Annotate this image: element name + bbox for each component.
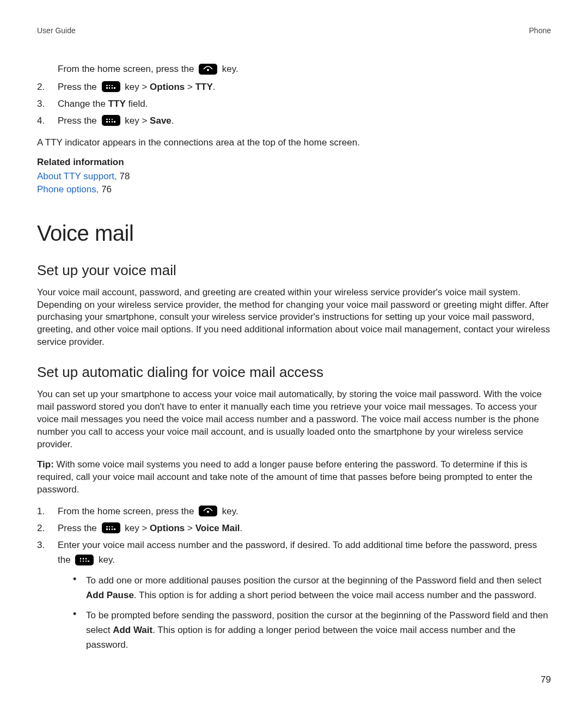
bullet-add-wait: To be prompted before sending the passwo… (58, 608, 551, 653)
auto-step-3: 3. Enter your voice mail access number a… (37, 538, 551, 658)
bullet-add-pause: To add one or more additional pauses pos… (58, 573, 551, 602)
call-key-icon (199, 64, 217, 75)
svg-point-0 (207, 69, 209, 71)
link-phone-options[interactable]: Phone options, (37, 184, 99, 194)
setup-voicemail-para: Your voice mail account, password, and g… (37, 287, 551, 349)
header-right: Phone (529, 26, 551, 35)
menu-key-icon (102, 81, 120, 92)
auto-step-1: 1. From the home screen, press the key. (37, 504, 551, 519)
subheading-auto-dialing: Set up automatic dialing for voice mail … (37, 364, 551, 381)
menu-key-icon (75, 555, 94, 565)
auto-dialing-para: You can set up your smartphone to access… (37, 388, 551, 451)
step-4: 4. Press the key > Save. (37, 113, 551, 128)
tip-paragraph: Tip: With some voice mail systems you ne… (37, 459, 551, 496)
menu-key-icon (102, 115, 120, 126)
call-key-icon (199, 506, 217, 516)
subheading-setup-voicemail: Set up your voice mail (37, 262, 551, 279)
auto-step-2: 2. Press the key > Options > Voice Mail. (37, 521, 551, 535)
step-2: 2. Press the key > Options > TTY. (37, 80, 551, 94)
related-link-1: About TTY support, 78 (37, 170, 551, 183)
tty-indicator-para: A TTY indicator appears in the connectio… (37, 137, 551, 149)
page-header: User Guide Phone (37, 26, 551, 35)
continued-step: From the home screen, press the key. (58, 62, 551, 76)
step-3: 3. Change the TTY field. (37, 96, 551, 111)
menu-key-icon (102, 522, 120, 533)
auto-step-3-bullets: To add one or more additional pauses pos… (58, 573, 551, 653)
section-title-voice-mail: Voice mail (37, 221, 551, 246)
link-about-tty[interactable]: About TTY support, (37, 171, 117, 181)
auto-dial-steps: 1. From the home screen, press the key. … (37, 504, 551, 658)
tty-steps: 2. Press the key > Options > TTY. 3. Cha… (37, 80, 551, 129)
svg-point-1 (207, 511, 209, 513)
page-number: 79 (541, 674, 551, 685)
related-info-heading: Related information (37, 157, 551, 168)
related-link-2: Phone options, 76 (37, 183, 551, 196)
header-left: User Guide (37, 26, 76, 35)
